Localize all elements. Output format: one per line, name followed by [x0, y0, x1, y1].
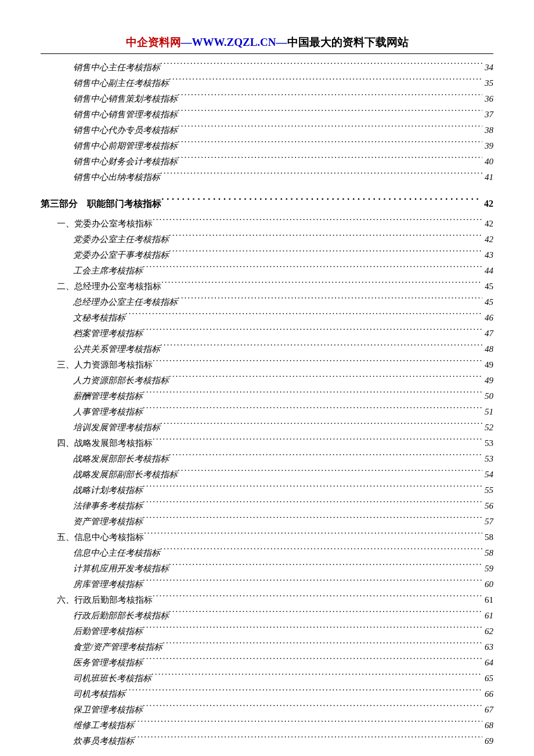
toc-entry: 司机班班长考核指标65	[41, 671, 493, 686]
toc-entry-page: 66	[482, 686, 493, 702]
header-url: WWW.ZQZL.CN	[192, 36, 276, 48]
toc-entry-page: 59	[482, 561, 493, 577]
toc-leader-dots	[178, 469, 482, 477]
toc-entry-page: 48	[482, 341, 493, 357]
toc-entry: 销售中心销售策划考核指标36	[41, 91, 493, 107]
toc-entry-label: 计算机应用开发考核指标	[73, 561, 169, 577]
toc-entry: 医务管理考核指标64	[41, 655, 493, 671]
toc-entry-page: 67	[482, 702, 493, 718]
toc-leader-dots	[169, 77, 482, 86]
toc-entry-label: 公共关系管理考核指标	[73, 341, 160, 357]
toc-entry-page: 53	[482, 435, 493, 451]
toc-entry-page: 36	[482, 91, 493, 107]
toc-entry-page: 45	[482, 279, 493, 294]
toc-entry-label: 后勤管理考核指标	[73, 624, 143, 639]
toc-entry-label: 销售中心财务会计考核指标	[73, 154, 178, 170]
toc-entry-page: 41	[482, 170, 493, 185]
table-of-contents: 销售中心主任考核指标34销售中心副主任考核指标35销售中心销售策划考核指标36销…	[41, 60, 493, 749]
toc-entry-page: 64	[482, 655, 493, 671]
toc-entry-label: 二、总经理办公室考核指标	[57, 279, 161, 294]
toc-leader-dots	[143, 704, 482, 712]
toc-entry-page: 37	[482, 107, 493, 123]
toc-entry-page: 39	[482, 138, 493, 154]
toc-entry: 保卫管理考核指标67	[41, 702, 493, 718]
toc-entry: 二、总经理办公室考核指标45	[41, 279, 493, 294]
toc-entry: 六、行政后勤部考核指标61	[41, 592, 493, 608]
toc-leader-dots	[161, 197, 482, 207]
header-sep-2: —	[276, 36, 287, 48]
toc-leader-dots	[153, 359, 482, 368]
toc-entry: 人事管理考核指标51	[41, 404, 493, 420]
toc-leader-dots	[143, 406, 482, 415]
toc-leader-dots	[143, 390, 482, 399]
toc-entry: 维修工考核指标68	[41, 718, 493, 733]
toc-leader-dots	[143, 484, 482, 493]
toc-entry: 销售中心副主任考核指标35	[41, 75, 493, 91]
toc-entry-page: 58	[482, 545, 493, 561]
toc-leader-dots	[153, 594, 482, 603]
toc-entry-page: 57	[482, 514, 493, 530]
toc-entry: 薪酬管理考核指标50	[41, 388, 493, 404]
toc-entry-page: 42	[482, 232, 493, 247]
toc-entry-page: 62	[482, 624, 493, 639]
toc-entry-label: 四、战略发展部考核指标	[57, 435, 153, 451]
toc-entry-page: 52	[482, 420, 493, 435]
toc-entry: 三、人力资源部考核指标49	[41, 357, 493, 373]
toc-entry-page: 61	[482, 592, 493, 608]
toc-leader-dots	[169, 563, 482, 571]
toc-leader-dots	[178, 296, 482, 305]
toc-entry: 炊事员考核指标69	[41, 733, 493, 749]
toc-leader-dots	[160, 171, 482, 180]
toc-entry-label: 维修工考核指标	[73, 718, 134, 733]
toc-entry-page: 35	[482, 75, 493, 91]
toc-entry-page: 58	[482, 530, 493, 545]
toc-entry-label: 法律事务考核指标	[73, 498, 143, 514]
header-sep-1: —	[181, 36, 192, 48]
toc-entry: 第三部分 职能部门考核指标42	[41, 196, 493, 213]
toc-leader-dots	[143, 578, 482, 587]
toc-entry-label: 人力资源部部长考核指标	[73, 373, 169, 388]
toc-entry-page: 47	[482, 326, 493, 341]
toc-entry-page: 46	[482, 310, 493, 326]
toc-entry: 资产管理考核指标57	[41, 514, 493, 530]
toc-entry-label: 人事管理考核指标	[73, 404, 143, 420]
toc-leader-dots	[151, 672, 482, 681]
toc-entry-label: 工会主席考核指标	[73, 263, 143, 279]
toc-leader-dots	[143, 516, 482, 524]
toc-entry: 法律事务考核指标56	[41, 498, 493, 514]
page-header: 中企资料网—WWW.ZQZL.CN—中国最大的资料下载网站	[41, 35, 493, 54]
toc-entry: 信息中心主任考核指标58	[41, 545, 493, 561]
toc-entry: 行政后勤部部长考核指标61	[41, 608, 493, 624]
header-brand: 中企资料网	[126, 36, 181, 48]
toc-entry-page: 38	[482, 123, 493, 138]
toc-entry-label: 文秘考核指标	[73, 310, 125, 326]
toc-entry-label: 战略发展部副部长考核指标	[73, 467, 178, 483]
header-tagline: 中国最大的资料下载网站	[287, 36, 409, 48]
toc-entry-label: 总经理办公室主任考核指标	[73, 294, 178, 310]
toc-leader-dots	[153, 218, 482, 226]
toc-entry: 司机考核指标66	[41, 686, 493, 702]
toc-entry-label: 行政后勤部部长考核指标	[73, 608, 169, 624]
toc-entry-label: 三、人力资源部考核指标	[57, 357, 153, 373]
toc-entry-label: 保卫管理考核指标	[73, 702, 143, 718]
toc-leader-dots	[178, 140, 482, 149]
toc-entry: 战略发展部部长考核指标53	[41, 451, 493, 467]
toc-entry-label: 食堂/资产管理考核指标	[73, 639, 163, 655]
toc-entry-page: 56	[482, 498, 493, 514]
toc-entry-label: 信息中心主任考核指标	[73, 545, 160, 561]
toc-leader-dots	[169, 233, 482, 242]
toc-entry: 档案管理考核指标47	[41, 326, 493, 341]
toc-entry-label: 司机考核指标	[73, 686, 125, 702]
toc-entry: 五、信息中心考核指标58	[41, 530, 493, 545]
toc-entry-label: 销售中心代办专员考核指标	[73, 123, 178, 138]
toc-leader-dots	[143, 657, 482, 665]
toc-entry-label: 战略计划考核指标	[73, 483, 143, 498]
toc-entry-page: 60	[482, 577, 493, 592]
toc-entry-label: 战略发展部部长考核指标	[73, 451, 169, 467]
toc-entry-page: 68	[482, 718, 493, 733]
toc-entry-page: 69	[482, 733, 493, 749]
toc-leader-dots	[160, 547, 482, 556]
toc-entry: 公共关系管理考核指标48	[41, 341, 493, 357]
toc-entry-page: 49	[482, 373, 493, 388]
toc-entry: 培训发展管理考核指标52	[41, 420, 493, 435]
